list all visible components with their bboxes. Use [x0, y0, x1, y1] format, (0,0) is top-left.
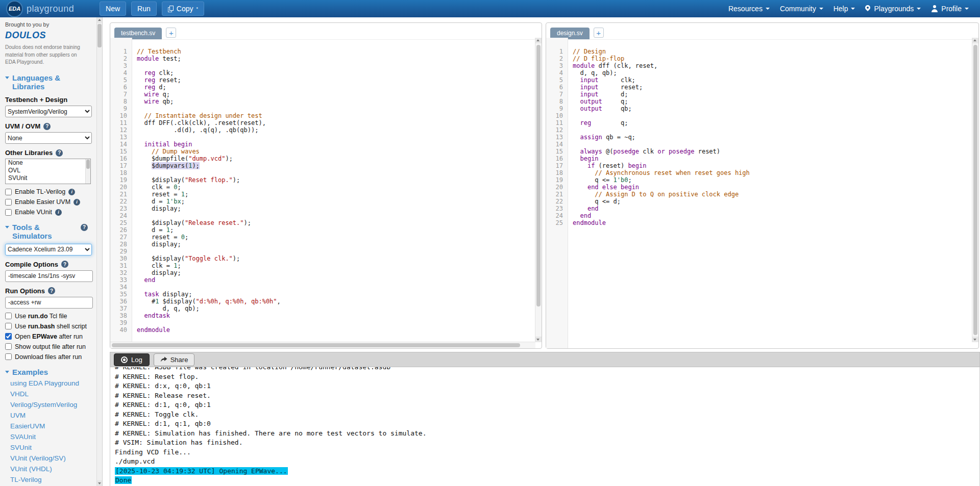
- scroll-down-arrow-icon[interactable]: [97, 480, 102, 486]
- scroll-down-arrow-icon[interactable]: [972, 337, 978, 342]
- checkbox-open-epwave-after-run[interactable]: Open EPWave after run: [5, 333, 94, 340]
- checkbox-input-enable-tl-verilog[interactable]: [5, 189, 12, 195]
- code-line[interactable]: 24 end: [546, 212, 972, 219]
- menu-help[interactable]: Help: [828, 1, 861, 16]
- uvm-ovm-select[interactable]: None: [5, 132, 92, 144]
- editor-vertical-scrollbar[interactable]: [535, 38, 542, 342]
- testbench-design-select[interactable]: SystemVerilog/Verilog: [5, 106, 92, 117]
- editor-horizontal-scrollbar[interactable]: [110, 342, 535, 348]
- help-icon[interactable]: ?: [43, 123, 51, 130]
- menu-resources[interactable]: Resources: [723, 1, 775, 16]
- code-line[interactable]: 26 d = 1;: [110, 226, 535, 234]
- log-tab-button[interactable]: Log: [114, 353, 150, 366]
- info-icon[interactable]: i: [74, 199, 80, 206]
- code-line[interactable]: 11 reg q;: [546, 119, 972, 126]
- code-line[interactable]: 20 end else begin: [546, 184, 972, 191]
- code-line[interactable]: 37 d, q, qb);: [110, 305, 535, 312]
- checkbox-input-download-files-after-run[interactable]: [5, 353, 12, 360]
- scrollbar-thumb[interactable]: [536, 45, 541, 306]
- example-link-vunit-verilog-sv[interactable]: VUnit (Verilog/SV): [10, 454, 94, 462]
- scrollbar-thumb[interactable]: [973, 45, 977, 335]
- code-line[interactable]: 5 reg reset;: [110, 76, 535, 84]
- code-line[interactable]: 9 output qb;: [546, 105, 972, 112]
- example-link-tl-verilog[interactable]: TL-Verilog: [10, 476, 94, 483]
- run-options-input[interactable]: [5, 297, 93, 309]
- help-icon[interactable]: ?: [56, 149, 63, 157]
- code-line[interactable]: 31 clk = 1;: [110, 262, 535, 269]
- example-link-using-eda-playground[interactable]: using EDA Playground: [10, 379, 94, 387]
- code-line[interactable]: 6 reg d;: [110, 84, 535, 91]
- code-line[interactable]: 8 output q;: [546, 98, 972, 105]
- scrollbar-thumb[interactable]: [112, 343, 520, 347]
- code-line[interactable]: 4 reg clk;: [110, 69, 535, 76]
- checkbox-enable-vunit[interactable]: Enable VUniti: [5, 209, 94, 216]
- code-line[interactable]: 19 q <= 1'b0;: [546, 176, 972, 184]
- add-file-button[interactable]: +: [594, 28, 604, 38]
- code-line[interactable]: 40endmodule: [110, 326, 535, 334]
- menu-playgrounds[interactable]: Playgrounds: [860, 1, 926, 16]
- code-line[interactable]: 2module test;: [110, 55, 535, 62]
- checkbox-use-run-do-tcl-file[interactable]: Use run.do Tcl file: [5, 313, 94, 320]
- listbox-scrollbar[interactable]: [85, 159, 90, 184]
- code-line[interactable]: 23 end: [546, 205, 972, 212]
- checkbox-input-enable-easier-uvm[interactable]: [5, 199, 12, 206]
- listbox-option-none[interactable]: None: [6, 159, 90, 167]
- doulos-logo[interactable]: DOULOS: [5, 30, 94, 41]
- code-line[interactable]: 12 .d(d), .q(q), .qb(qb));: [110, 126, 535, 134]
- menu-community[interactable]: Community: [775, 1, 828, 16]
- code-line[interactable]: 21 // Assign D to Q on positive clock ed…: [546, 191, 972, 198]
- code-line[interactable]: 5 input clk;: [546, 76, 972, 84]
- example-link-uvm[interactable]: UVM: [10, 412, 94, 419]
- code-line[interactable]: 3module dff (clk, reset,: [546, 62, 972, 69]
- code-line[interactable]: 17 if (reset) begin: [546, 162, 972, 169]
- code-line[interactable]: 3: [110, 62, 535, 69]
- code-line[interactable]: 1// Design: [546, 48, 972, 55]
- scrollbar-thumb[interactable]: [86, 160, 90, 169]
- checkbox-input-enable-vunit[interactable]: [5, 209, 12, 216]
- editor-vertical-scrollbar[interactable]: [972, 38, 978, 342]
- code-line[interactable]: 2// D flip-flop: [546, 55, 972, 62]
- add-file-button[interactable]: +: [166, 28, 176, 38]
- code-line[interactable]: 16 begin: [546, 155, 972, 162]
- checkbox-enable-easier-uvm[interactable]: Enable Easier UVMi: [5, 198, 94, 206]
- section-tools-simulators[interactable]: Tools & Simulators ?: [5, 223, 88, 241]
- code-line[interactable]: 10 // Instantiate design under test: [110, 112, 535, 119]
- code-line[interactable]: 25 $display("Release reset.");: [110, 219, 535, 226]
- code-line[interactable]: 10: [546, 112, 972, 119]
- code-line[interactable]: 23 display;: [110, 205, 535, 212]
- code-line[interactable]: 11 dff DFF(.clk(clk), .reset(reset),: [110, 119, 535, 126]
- code-line[interactable]: 7 input d;: [546, 91, 972, 98]
- code-line[interactable]: 15 // Dump waves: [110, 148, 535, 155]
- code-line[interactable]: 6 input reset;: [546, 84, 972, 91]
- code-line[interactable]: 20 clk = 0;: [110, 184, 535, 191]
- checkbox-input-use-run-bash-shell-script[interactable]: [5, 323, 12, 329]
- checkbox-download-files-after-run[interactable]: Download files after run: [5, 353, 94, 361]
- example-link-svaunit[interactable]: SVAUnit: [10, 433, 94, 441]
- code-line[interactable]: 9: [110, 105, 535, 112]
- section-languages-libraries[interactable]: Languages & Libraries: [5, 73, 88, 91]
- simulator-select[interactable]: Cadence Xcelium 23.09: [5, 244, 92, 255]
- example-link-vhdl[interactable]: VHDL: [10, 390, 94, 398]
- section-examples[interactable]: Examples: [5, 368, 88, 376]
- code-line[interactable]: 7 wire q;: [110, 91, 535, 98]
- share-button[interactable]: Share: [154, 353, 195, 366]
- code-line[interactable]: 1// Testbench: [110, 48, 535, 55]
- help-icon[interactable]: ?: [48, 287, 55, 294]
- code-line[interactable]: 28 display;: [110, 241, 535, 248]
- code-line[interactable]: 16 $dumpfile("dump.vcd");: [110, 155, 535, 162]
- code-editor-testbench[interactable]: 1// Testbench2module test;34 reg clk;5 r…: [110, 38, 542, 348]
- code-line[interactable]: 32 display;: [110, 269, 535, 276]
- code-line[interactable]: 18: [110, 169, 535, 176]
- info-icon[interactable]: i: [55, 209, 62, 216]
- code-line[interactable]: 24: [110, 212, 535, 219]
- code-line[interactable]: 17 $dumpvars(1);: [110, 162, 535, 169]
- help-icon[interactable]: ?: [81, 224, 88, 231]
- sidebar-scrollbar[interactable]: [96, 17, 102, 486]
- code-line[interactable]: 12: [546, 126, 972, 134]
- scrollbar-thumb[interactable]: [97, 24, 102, 47]
- checkbox-show-output-file-after-run[interactable]: Show output file after run: [5, 343, 94, 350]
- compile-options-input[interactable]: [5, 270, 93, 282]
- code-line[interactable]: 21 reset = 1;: [110, 191, 535, 198]
- eda-playground-logo[interactable]: EDA playground: [6, 1, 74, 17]
- code-line[interactable]: 34: [110, 284, 535, 291]
